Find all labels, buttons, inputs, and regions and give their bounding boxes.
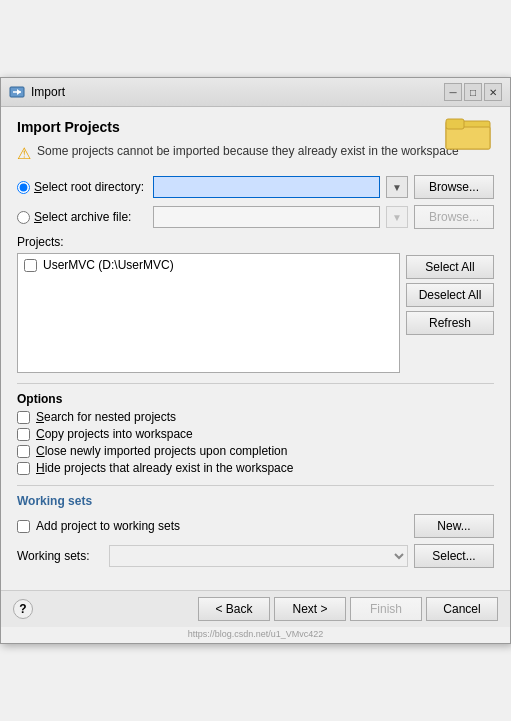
dialog-content: Import Projects ⚠ Some projects cannot b… (1, 107, 510, 590)
divider-2 (17, 485, 494, 486)
archive-file-label: Select archive file: (34, 210, 131, 224)
next-button[interactable]: Next > (274, 597, 346, 621)
title-bar-left: Import (9, 84, 65, 100)
root-directory-radio-label[interactable]: Select root directory: (17, 180, 147, 194)
warning-text: Some projects cannot be imported because… (37, 143, 459, 160)
add-to-working-sets-label: Add project to working sets (36, 519, 180, 533)
root-directory-input[interactable]: D:\UserMVC (153, 176, 380, 198)
s-underline: S (34, 180, 42, 194)
deselect-all-button[interactable]: Deselect All (406, 283, 494, 307)
working-sets-label: Working sets: (17, 549, 103, 563)
option-row-0: Search for nested projects (17, 410, 494, 424)
add-to-working-sets-checkbox[interactable] (17, 520, 30, 533)
option-checkbox-1[interactable] (17, 428, 30, 441)
working-sets-select-row: Working sets: Select... (17, 544, 494, 568)
projects-section-label: Projects: (17, 235, 494, 249)
cancel-button[interactable]: Cancel (426, 597, 498, 621)
archive-file-radio[interactable] (17, 211, 30, 224)
dialog-footer: ? < Back Next > Finish Cancel (1, 590, 510, 627)
root-directory-label: Select root directory: (34, 180, 144, 194)
archive-file-radio-label[interactable]: Select archive file: (17, 210, 147, 224)
project-name-0: UserMVC (D:\UserMVC) (43, 258, 174, 272)
projects-area: UserMVC (D:\UserMVC) Select All Deselect… (17, 253, 494, 373)
browse-archive-button[interactable]: Browse... (414, 205, 494, 229)
warning-box: ⚠ Some projects cannot be imported becau… (17, 143, 494, 163)
root-directory-dropdown[interactable]: ▼ (386, 176, 408, 198)
projects-buttons: Select All Deselect All Refresh (406, 253, 494, 373)
folder-icon-large (444, 111, 494, 153)
archive-dropdown: ▼ (386, 206, 408, 228)
options-title: Options (17, 392, 494, 406)
svg-rect-4 (446, 127, 490, 149)
footer-buttons: < Back Next > Finish Cancel (198, 597, 498, 621)
working-sets-section: Working sets Add project to working sets… (17, 494, 494, 568)
a-underline: S (34, 210, 42, 224)
options-section: Options Search for nested projects Copy … (17, 392, 494, 475)
finish-button[interactable]: Finish (350, 597, 422, 621)
option-label-2: Close newly imported projects upon compl… (36, 444, 287, 458)
browse-root-button[interactable]: Browse... (414, 175, 494, 199)
page-title: Import Projects (17, 119, 494, 135)
option-label-3: Hide projects that already exist in the … (36, 461, 293, 475)
working-sets-add-row: Add project to working sets New... (17, 514, 494, 538)
option-checkbox-3[interactable] (17, 462, 30, 475)
close-button[interactable]: ✕ (484, 83, 502, 101)
option-checkbox-0[interactable] (17, 411, 30, 424)
table-row: UserMVC (D:\UserMVC) (20, 256, 397, 274)
import-title-icon (9, 84, 25, 100)
divider-1 (17, 383, 494, 384)
header-area: Import Projects ⚠ Some projects cannot b… (17, 119, 494, 163)
select-working-set-button[interactable]: Select... (414, 544, 494, 568)
help-area: ? (13, 599, 33, 619)
new-working-set-button[interactable]: New... (414, 514, 494, 538)
archive-file-input[interactable] (153, 206, 380, 228)
back-button[interactable]: < Back (198, 597, 270, 621)
watermark: https://blog.csdn.net/u1_VMvc422 (1, 627, 510, 643)
help-button[interactable]: ? (13, 599, 33, 619)
working-sets-dropdown[interactable] (109, 545, 408, 567)
window-title: Import (31, 85, 65, 99)
option-row-1: Copy projects into workspace (17, 427, 494, 441)
warning-icon: ⚠ (17, 144, 31, 163)
project-checkbox-0[interactable] (24, 259, 37, 272)
root-directory-radio[interactable] (17, 181, 30, 194)
title-controls: ─ □ ✕ (444, 83, 502, 101)
maximize-button[interactable]: □ (464, 83, 482, 101)
svg-rect-5 (446, 119, 464, 129)
archive-file-row: Select archive file: ▼ Browse... (17, 205, 494, 229)
title-bar: Import ─ □ ✕ (1, 78, 510, 107)
select-all-button[interactable]: Select All (406, 255, 494, 279)
option-row-2: Close newly imported projects upon compl… (17, 444, 494, 458)
projects-list[interactable]: UserMVC (D:\UserMVC) (17, 253, 400, 373)
working-sets-title: Working sets (17, 494, 494, 508)
option-checkbox-2[interactable] (17, 445, 30, 458)
option-row-3: Hide projects that already exist in the … (17, 461, 494, 475)
option-label-1: Copy projects into workspace (36, 427, 193, 441)
import-dialog: Import ─ □ ✕ Import Projects ⚠ Some proj… (0, 77, 511, 644)
minimize-button[interactable]: ─ (444, 83, 462, 101)
refresh-button[interactable]: Refresh (406, 311, 494, 335)
option-label-0: Search for nested projects (36, 410, 176, 424)
root-directory-row: Select root directory: D:\UserMVC ▼ Brow… (17, 175, 494, 199)
